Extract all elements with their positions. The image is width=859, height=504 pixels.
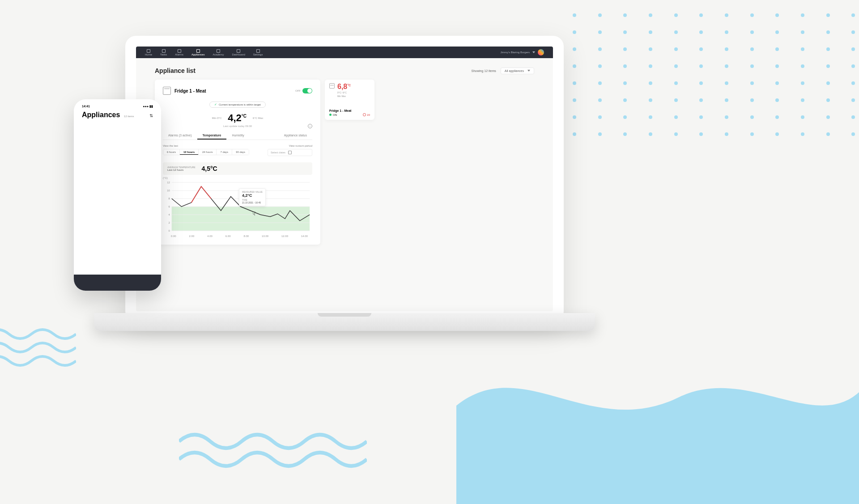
period-button[interactable]: 6 hours — [163, 149, 179, 155]
account-switcher[interactable]: Jimmy's Blazing Burgers — [501, 49, 544, 55]
nav-item-appliances[interactable]: Appliances — [191, 49, 204, 56]
power-toggle[interactable]: OFF — [295, 88, 312, 93]
toggle-switch — [302, 88, 312, 93]
tab-humidity[interactable]: Humidity — [226, 132, 249, 140]
nav-item-tasks[interactable]: Tasks — [160, 49, 167, 56]
nav-icon — [217, 49, 220, 53]
bg-wave — [456, 325, 859, 504]
filter-value: All appliances — [505, 69, 524, 72]
svg-text:12: 12 — [167, 181, 170, 184]
bg-wave-lines-left — [0, 325, 76, 379]
account-name: Jimmy's Blazing Burgers — [501, 51, 530, 54]
nav-item-home[interactable]: Home — [145, 49, 152, 56]
nav-icon — [178, 49, 181, 53]
svg-text:4: 4 — [168, 213, 170, 216]
nav-item-alarms[interactable]: Alarms — [175, 49, 183, 56]
laptop-screen: HomeTasksAlarmsAppliancesAcademyDashboar… — [136, 47, 553, 311]
svg-text:2: 2 — [168, 221, 170, 224]
svg-rect-0 — [172, 207, 310, 231]
period-button[interactable]: 24 hours — [198, 149, 216, 155]
period-buttons: 6 hours12 hours24 hours7 days30 days — [163, 149, 249, 155]
status-pill: ✓ Current temperature is within target — [209, 102, 266, 108]
svg-text:8: 8 — [168, 197, 170, 200]
nav-icon — [147, 49, 150, 53]
appliance-cards-grid: 6,8°C0°C / 6°CMin MaxFridge 1 - MeatON20 — [325, 80, 534, 245]
filter-dropdown[interactable]: All appliances — [501, 68, 534, 74]
nav-item-dashboard[interactable]: Dashboard — [232, 49, 245, 56]
tab-alarms[interactable]: Alarms (3 active) — [163, 132, 197, 140]
nav-icon — [196, 49, 200, 53]
last-update: Last update today 09:30 — [163, 125, 312, 127]
info-icon[interactable]: i — [308, 124, 312, 128]
bg-wave-lines-center — [179, 428, 367, 482]
detail-tabs: Alarms (3 active) Temperature Humidity A… — [163, 132, 312, 140]
calendar-icon — [288, 151, 292, 154]
appliance-detail-card: Fridge 1 - Meat OFF ✓ Current temperatur… — [155, 80, 320, 245]
temperature-chart[interactable]: (°C) 024681012 MEASURED VALUE 4,2°C TIME… — [163, 177, 312, 237]
period-button[interactable]: 7 days — [216, 149, 232, 155]
nav-icon — [162, 49, 166, 53]
phone-page-title: Appliances — [82, 111, 120, 119]
chart-tooltip: MEASURED VALUE 4,2°C TIME 21.10.2021 - 1… — [239, 188, 266, 206]
appliance-name: Fridge 1 - Meat — [174, 89, 206, 93]
svg-text:0: 0 — [168, 229, 170, 232]
svg-text:10: 10 — [167, 189, 170, 192]
nav-icon — [256, 49, 260, 53]
laptop-base — [94, 313, 595, 331]
period-button[interactable]: 30 days — [232, 149, 249, 155]
item-count: Showing 12 items — [472, 69, 496, 72]
cursor-icon: ☟ — [252, 211, 255, 217]
bg-dot-grid — [573, 13, 859, 136]
check-icon: ✓ — [214, 103, 217, 106]
nav-icon — [237, 49, 240, 53]
page-title: Appliance list — [155, 67, 196, 74]
appliance-card[interactable]: 6,8°C0°C / 6°CMin MaxFridge 1 - MeatON20 — [325, 80, 374, 120]
phone-status-bar: 14:41 ●●● ▮▮ — [78, 104, 157, 109]
nav-item-academy[interactable]: Academy — [213, 49, 224, 56]
svg-text:6: 6 — [168, 205, 170, 208]
average-box: AVERAGE TEMPERATURE Last 12 hours 4,5°C — [163, 162, 312, 175]
custom-date-input[interactable]: Select dates — [268, 149, 312, 156]
tab-temperature[interactable]: Temperature — [197, 132, 227, 140]
fridge-icon — [163, 87, 171, 95]
chevron-down-icon — [532, 51, 535, 53]
top-navigation: HomeTasksAlarmsAppliancesAcademyDashboar… — [136, 47, 553, 58]
period-button[interactable]: 12 hours — [179, 149, 198, 155]
oven-icon — [329, 83, 335, 89]
filter-icon[interactable]: ⇅ — [149, 113, 153, 118]
phone-frame: 14:41 ●●● ▮▮ Appliances 12 items ⇅ — [74, 99, 161, 291]
current-temperature: 4,2°C — [228, 112, 247, 124]
chevron-down-icon — [527, 70, 530, 72]
tab-status[interactable]: Appliance status — [279, 132, 312, 140]
avatar — [538, 49, 544, 55]
phone-tab-bar — [74, 275, 161, 291]
nav-item-settings[interactable]: Settings — [253, 49, 263, 56]
alarm-badge[interactable]: 20 — [363, 113, 370, 116]
laptop-frame: HomeTasksAlarmsAppliancesAcademyDashboar… — [125, 36, 564, 322]
